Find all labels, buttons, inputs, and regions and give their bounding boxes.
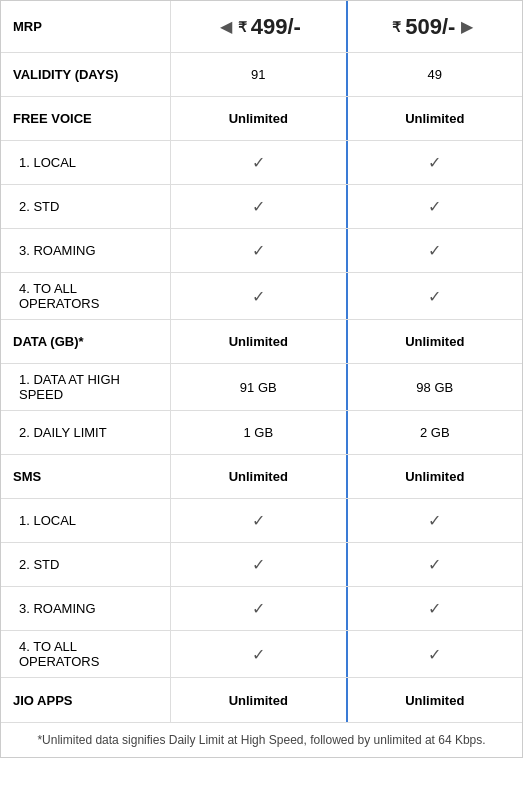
unlimited-text: Unlimited	[405, 469, 464, 484]
check-icon: ✓	[428, 511, 441, 530]
rows-container: VALIDITY (DAYS)9149FREE VOICEUnlimitedUn…	[1, 53, 522, 722]
rupee-symbol-col2: ₹	[392, 19, 401, 35]
check-icon: ✓	[252, 511, 265, 530]
row-col2-value: 98 GB	[348, 364, 523, 410]
row-col1-value: Unlimited	[171, 97, 348, 140]
row-col2-value: Unlimited	[348, 320, 523, 363]
row-label: 2. DAILY LIMIT	[1, 411, 171, 454]
row-label: 1. LOCAL	[1, 141, 171, 184]
row-label: FREE VOICE	[1, 97, 171, 140]
row-label: 1. DATA AT HIGH SPEED	[1, 364, 171, 410]
check-icon: ✓	[428, 599, 441, 618]
mrp-label: MRP	[1, 1, 171, 52]
row-label: 1. LOCAL	[1, 499, 171, 542]
table-row: 3. ROAMING✓✓	[1, 587, 522, 631]
check-icon: ✓	[428, 241, 441, 260]
unlimited-text: Unlimited	[405, 111, 464, 126]
row-col2-value: ✓	[348, 499, 523, 542]
unlimited-text: Unlimited	[405, 334, 464, 349]
footnote: *Unlimited data signifies Daily Limit at…	[1, 722, 522, 757]
row-col1-value: ✓	[171, 229, 348, 272]
table-row: JIO APPSUnlimitedUnlimited	[1, 678, 522, 722]
check-icon: ✓	[252, 645, 265, 664]
row-col1-value: ✓	[171, 499, 348, 542]
unlimited-text: Unlimited	[229, 693, 288, 708]
row-col2-value: ✓	[348, 631, 523, 677]
row-col1-value: 91 GB	[171, 364, 348, 410]
row-col2-value: ✓	[348, 273, 523, 319]
row-col2-value: 2 GB	[348, 411, 523, 454]
table-row: VALIDITY (DAYS)9149	[1, 53, 522, 97]
table-row: 2. DAILY LIMIT1 GB2 GB	[1, 411, 522, 455]
row-label: JIO APPS	[1, 678, 171, 722]
unlimited-text: Unlimited	[229, 469, 288, 484]
table-row: 2. STD✓✓	[1, 543, 522, 587]
row-label: VALIDITY (DAYS)	[1, 53, 171, 96]
check-icon: ✓	[252, 287, 265, 306]
mrp-col2: ₹ 509/- ▶	[348, 1, 523, 52]
table-row: 1. LOCAL✓✓	[1, 141, 522, 185]
check-icon: ✓	[428, 645, 441, 664]
comparison-table: MRP ◀ ₹ 499/- ₹ 509/- ▶ VALIDITY (DAYS)9…	[0, 0, 523, 758]
row-col2-value: 49	[348, 53, 523, 96]
row-col1-value: Unlimited	[171, 678, 348, 722]
row-col1-value: ✓	[171, 587, 348, 630]
table-row: FREE VOICEUnlimitedUnlimited	[1, 97, 522, 141]
row-label: 4. TO ALL OPERATORS	[1, 631, 171, 677]
check-icon: ✓	[252, 241, 265, 260]
check-icon: ✓	[252, 197, 265, 216]
row-col1-value: ✓	[171, 631, 348, 677]
table-row: 3. ROAMING✓✓	[1, 229, 522, 273]
row-col2-value: ✓	[348, 141, 523, 184]
row-label: 3. ROAMING	[1, 229, 171, 272]
check-icon: ✓	[428, 287, 441, 306]
price-col1: 499/-	[251, 14, 301, 40]
row-label: 2. STD	[1, 543, 171, 586]
row-col1-value: ✓	[171, 273, 348, 319]
table-row: DATA (GB)*UnlimitedUnlimited	[1, 320, 522, 364]
table-row: SMSUnlimitedUnlimited	[1, 455, 522, 499]
row-label: 4. TO ALL OPERATORS	[1, 273, 171, 319]
row-col2-value: ✓	[348, 587, 523, 630]
mrp-row: MRP ◀ ₹ 499/- ₹ 509/- ▶	[1, 1, 522, 53]
check-icon: ✓	[428, 197, 441, 216]
table-row: 2. STD✓✓	[1, 185, 522, 229]
row-col1-value: 1 GB	[171, 411, 348, 454]
row-label: DATA (GB)*	[1, 320, 171, 363]
row-label: SMS	[1, 455, 171, 498]
price-col2: 509/-	[405, 14, 455, 40]
row-col1-value: ✓	[171, 185, 348, 228]
row-col1-value: Unlimited	[171, 455, 348, 498]
unlimited-text: Unlimited	[229, 334, 288, 349]
mrp-col1: ◀ ₹ 499/-	[171, 1, 348, 52]
row-col2-value: ✓	[348, 185, 523, 228]
row-col1-value: ✓	[171, 543, 348, 586]
row-col2-value: ✓	[348, 543, 523, 586]
row-col2-value: Unlimited	[348, 678, 523, 722]
row-label: 3. ROAMING	[1, 587, 171, 630]
check-icon: ✓	[252, 599, 265, 618]
row-label: 2. STD	[1, 185, 171, 228]
check-icon: ✓	[428, 153, 441, 172]
row-col2-value: ✓	[348, 229, 523, 272]
unlimited-text: Unlimited	[229, 111, 288, 126]
next-plan-button[interactable]: ▶	[457, 17, 477, 36]
check-icon: ✓	[252, 153, 265, 172]
table-row: 4. TO ALL OPERATORS✓✓	[1, 273, 522, 320]
row-col1-value: ✓	[171, 141, 348, 184]
row-col1-value: Unlimited	[171, 320, 348, 363]
unlimited-text: Unlimited	[405, 693, 464, 708]
check-icon: ✓	[428, 555, 441, 574]
prev-plan-button[interactable]: ◀	[216, 17, 236, 36]
row-col1-value: 91	[171, 53, 348, 96]
row-col2-value: Unlimited	[348, 97, 523, 140]
table-row: 1. LOCAL✓✓	[1, 499, 522, 543]
rupee-symbol-col1: ₹	[238, 19, 247, 35]
table-row: 4. TO ALL OPERATORS✓✓	[1, 631, 522, 678]
table-row: 1. DATA AT HIGH SPEED91 GB98 GB	[1, 364, 522, 411]
row-col2-value: Unlimited	[348, 455, 523, 498]
check-icon: ✓	[252, 555, 265, 574]
